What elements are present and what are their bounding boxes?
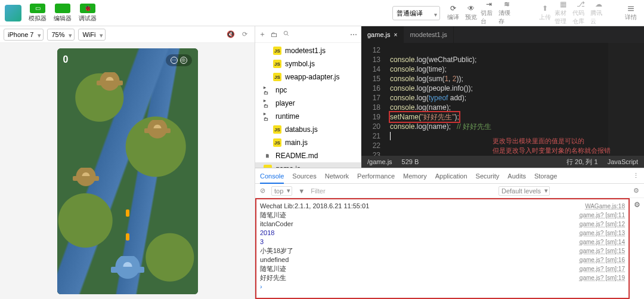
action-清缓存[interactable]: ≋清缓存 xyxy=(499,5,515,21)
devtools-tab-Security[interactable]: Security xyxy=(476,172,500,180)
console-row[interactable]: Wechat Lib:2.1.1, 2018.6.21 11:55:01WAGa… xyxy=(260,202,625,211)
devtools-settings-icon[interactable]: ⚙ xyxy=(634,201,640,209)
add-file-icon[interactable]: ＋ xyxy=(259,29,266,39)
console-output[interactable]: Wechat Lib:2.1.1, 2018.6.21 11:55:01WAGa… xyxy=(255,198,630,299)
devtools-tab-Memory[interactable]: Memory xyxy=(403,172,427,180)
mute-icon[interactable]: 🔇 xyxy=(227,30,235,38)
right-action-上传[interactable]: ⬆上传 xyxy=(537,5,553,21)
score-value: 0 xyxy=(63,54,69,65)
file-runtime[interactable]: ▸ 🗀runtime xyxy=(255,110,361,123)
minimap[interactable] xyxy=(608,43,644,156)
console-row[interactable]: 好好先生game.js? [sm]:19 xyxy=(260,273,625,282)
file-main.js[interactable]: JSmain.js xyxy=(255,136,361,149)
level-select[interactable]: Default levels xyxy=(499,186,550,196)
console-source-link[interactable]: game.js? [sm]:14 xyxy=(580,238,625,246)
capsule-buttons[interactable]: ⋯◎ xyxy=(166,54,192,66)
bullet xyxy=(126,233,129,241)
settings-icon[interactable]: ⚙ xyxy=(633,187,639,195)
enemy-plane xyxy=(99,72,120,94)
console-row[interactable]: 随笔川迹game.js? [sm]:17 xyxy=(260,264,625,273)
mode-button-2[interactable]: 🐞调试器 xyxy=(76,3,99,23)
scope-select[interactable]: top xyxy=(271,186,292,196)
editor-tab-game.js[interactable]: game.js× xyxy=(361,26,404,43)
enemy-plane xyxy=(75,168,97,189)
compile-mode-select[interactable]: 普通编译 xyxy=(392,6,440,20)
status-size: 529 B xyxy=(402,158,419,165)
devtools-tab-Application[interactable]: Application xyxy=(435,172,467,180)
file-symbol.js[interactable]: JSsymbol.js xyxy=(255,57,361,70)
search-icon[interactable] xyxy=(283,30,290,39)
filter-input[interactable]: Filter xyxy=(311,187,325,195)
console-row[interactable]: 3game.js? [sm]:14 xyxy=(260,238,625,246)
simulator-pane: iPhone 7 75% WiFi 🔇 ⟳ 0 ⋯◎ xyxy=(0,26,255,299)
status-lang: JavaScript xyxy=(608,158,638,165)
file-README.md[interactable]: 🗎README.md xyxy=(255,149,361,162)
file-npc[interactable]: ▸ 🗀npc xyxy=(255,84,361,97)
console-source-link[interactable]: WAGame.js:18 xyxy=(585,202,625,211)
devtools-panel: ConsoleSourcesNetworkPerformanceMemoryAp… xyxy=(255,168,644,299)
action-切后台[interactable]: ⇥切后台 xyxy=(481,5,497,21)
console-row[interactable]: 2018game.js? [sm]:13 xyxy=(260,229,625,238)
zoom-select[interactable]: 75% xyxy=(47,29,75,41)
game-canvas[interactable]: 0 ⋯◎ xyxy=(57,48,198,294)
enemy-plane xyxy=(147,120,168,141)
right-action-素材管理[interactable]: ▦素材管理 xyxy=(555,5,571,21)
close-tab-icon[interactable]: × xyxy=(394,32,398,38)
folder-icon[interactable]: 🗀 xyxy=(271,30,278,39)
right-action-代码仓库[interactable]: ⎇代码仓库 xyxy=(572,5,589,21)
player-plane xyxy=(114,256,141,282)
code-editor: game.js×modetest1.js 1213141516171819202… xyxy=(361,26,644,168)
devtools-tab-Performance[interactable]: Performance xyxy=(357,172,395,180)
devtools-tab-Storage[interactable]: Storage xyxy=(534,172,558,180)
devtools-tab-Sources[interactable]: Sources xyxy=(292,172,316,180)
console-source-link[interactable]: game.js? [sm]:15 xyxy=(580,246,625,255)
devtools-tab-Network[interactable]: Network xyxy=(325,172,349,180)
console-source-link[interactable]: game.js? [sm]:11 xyxy=(580,211,625,220)
editor-statusbar: /game.js 529 B 行 20, 列 1 JavaScript xyxy=(361,156,644,168)
top-toolbar: ▭模拟器编辑器🐞调试器 普通编译 ⟳编译👁预览⇥切后台≋清缓存 ⬆上传▦素材管理… xyxy=(0,0,644,26)
network-select[interactable]: WiFi xyxy=(78,29,106,41)
console-source-link[interactable]: game.js? [sm]:12 xyxy=(580,220,625,229)
status-path: /game.js xyxy=(367,158,392,165)
console-source-link[interactable]: game.js? [sm]:13 xyxy=(580,229,625,238)
console-row[interactable]: 随笔川迹game.js? [sm]:11 xyxy=(260,211,625,220)
devtools-more-icon[interactable]: ⋮ xyxy=(633,172,639,180)
avatar[interactable] xyxy=(5,5,21,21)
devtools-tab-Audits[interactable]: Audits xyxy=(507,172,526,180)
status-position: 行 20, 列 1 xyxy=(566,158,598,167)
funnel-icon[interactable]: ▼ xyxy=(298,187,305,195)
file-explorer: ＋ 🗀 ⋯ JSmodetest1.jsJSsymbol.jsJSweapp-a… xyxy=(255,26,361,168)
more-icon[interactable]: ⋯ xyxy=(350,30,357,39)
file-game.js[interactable]: JSgame.js xyxy=(255,162,361,168)
editor-tab-modetest1.js[interactable]: modetest1.js xyxy=(404,26,453,43)
console-row[interactable]: undefinedgame.js? [sm]:16 xyxy=(260,255,625,264)
right-action-腾讯云[interactable]: ☁腾讯云 xyxy=(590,5,607,21)
annotation-text: 更改导出模块里面的值是可以的 但是更改导入时变量对象的名称就会报错 xyxy=(493,136,611,155)
details-button[interactable]: 详情 xyxy=(623,5,639,21)
mode-button-1[interactable]: 编辑器 xyxy=(51,3,74,23)
file-databus.js[interactable]: JSdatabus.js xyxy=(255,123,361,136)
devtools-tab-Console[interactable]: Console xyxy=(260,168,284,184)
file-weapp-adapter.js[interactable]: JSweapp-adapter.js xyxy=(255,70,361,84)
rotate-icon[interactable]: ⟳ xyxy=(242,30,247,38)
mode-button-0[interactable]: ▭模拟器 xyxy=(26,3,49,23)
action-编译[interactable]: ⟳编译 xyxy=(445,5,462,21)
console-row[interactable]: 小美18岁了game.js? [sm]:15 xyxy=(260,246,625,255)
action-预览[interactable]: 👁预览 xyxy=(463,5,479,21)
svg-point-0 xyxy=(284,31,287,35)
clear-console-icon[interactable]: ⊘ xyxy=(260,187,265,195)
code-area[interactable]: 121314151617181920212223 console.log(weC… xyxy=(361,43,644,156)
device-select[interactable]: iPhone 7 xyxy=(4,29,44,41)
console-source-link[interactable]: game.js? [sm]:17 xyxy=(580,264,625,273)
console-source-link[interactable]: game.js? [sm]:16 xyxy=(580,255,625,264)
file-modetest1.js[interactable]: JSmodetest1.js xyxy=(255,44,361,57)
file-player[interactable]: ▸ 🗀player xyxy=(255,97,361,110)
console-row[interactable]: itclanCodergame.js? [sm]:12 xyxy=(260,220,625,229)
bullet xyxy=(126,209,129,217)
console-source-link[interactable]: game.js? [sm]:19 xyxy=(580,273,625,282)
